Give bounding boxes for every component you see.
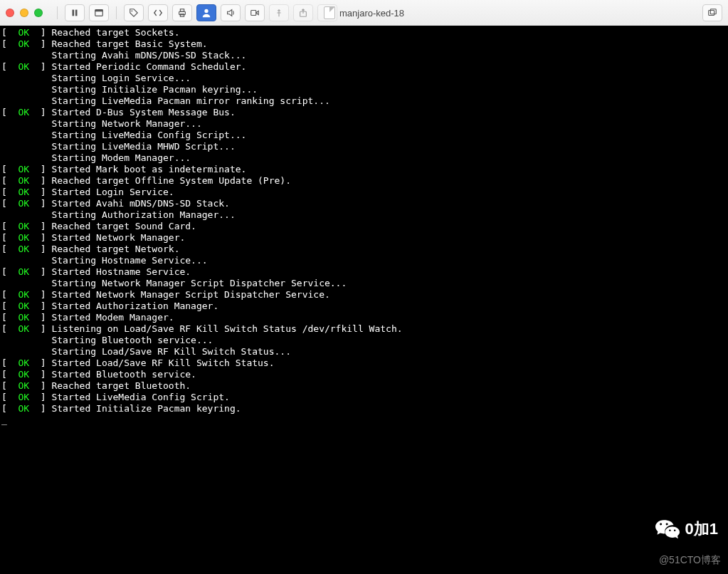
terminal-cursor-line: _ — [1, 414, 728, 426]
boot-log-message: Reached target Sound Card. — [51, 221, 196, 231]
status-ok: OK — [18, 266, 29, 277]
window-zoom-button[interactable] — [34, 9, 43, 17]
vm-view-button[interactable] — [89, 4, 109, 21]
wechat-watermark: 0加1 — [655, 518, 718, 540]
boot-log-line: Starting Bluetooth service... — [1, 335, 728, 346]
status-ok: OK — [18, 38, 29, 49]
toolbar-person-button[interactable] — [196, 4, 216, 21]
pause-icon — [70, 8, 80, 18]
boot-log-line: [ OK ] Reached target Basic System. — [1, 38, 728, 50]
boot-log-line: [ OK ] Reached target Sockets. — [1, 27, 728, 38]
boot-log-line: [ OK ] Started Mark boot as indeterminat… — [1, 164, 728, 175]
status-ok: OK — [18, 164, 29, 174]
boot-log-line: Starting Initialize Pacman keyring... — [1, 84, 728, 95]
boot-log-message: Starting LiveMedia Config Script... — [51, 130, 246, 140]
boot-log-line: [ OK ] Started LiveMedia Config Script. — [1, 392, 728, 403]
boot-log-message: Started LiveMedia Config Script. — [51, 392, 229, 402]
toolbar-tag-button[interactable] — [124, 4, 144, 21]
boot-log-terminal: [ OK ] Reached target Sockets.[ OK ] Rea… — [0, 26, 728, 574]
boot-log-line: Starting Authorization Manager... — [1, 209, 728, 221]
svg-rect-11 — [709, 11, 714, 16]
boot-log-message: Started Hostname Service. — [51, 266, 191, 277]
boot-log-line: Starting LiveMedia MHWD Script... — [1, 141, 728, 152]
boot-log-message: Started Mark boot as indeterminate. — [51, 164, 246, 174]
wechat-label: 0加1 — [685, 518, 718, 540]
window-title-text: manjaro-ked-18 — [339, 8, 404, 19]
svg-point-4 — [132, 11, 133, 12]
window-title: manjaro-ked-18 — [0, 0, 728, 26]
svg-rect-3 — [95, 10, 103, 12]
boot-log-line: [ OK ] Reached target Offline System Upd… — [1, 175, 728, 187]
boot-log-line: Starting Avahi mDNS/DNS-SD Stack... — [1, 50, 728, 61]
audio-icon — [226, 8, 236, 18]
status-ok: OK — [18, 403, 29, 414]
status-ok: OK — [18, 369, 29, 380]
usb-icon — [274, 8, 284, 18]
vm-pause-button[interactable] — [65, 4, 85, 21]
status-ok: OK — [18, 198, 29, 209]
status-ok: OK — [18, 244, 29, 254]
toolbar-separator — [116, 6, 117, 19]
status-ok: OK — [18, 107, 29, 118]
boot-log-message: Reached target Sockets. — [51, 27, 179, 38]
boot-log-line: [ OK ] Reached target Sound Card. — [1, 221, 728, 232]
boot-log-message: Started Periodic Command Scheduler. — [51, 61, 246, 72]
status-ok: OK — [18, 301, 29, 311]
boot-log-message: Started Modem Manager. — [51, 312, 174, 323]
svg-point-8 — [204, 9, 208, 13]
svg-rect-7 — [180, 14, 184, 17]
titlebar: manjaro-ked-18 — [0, 0, 728, 26]
window-minimize-button[interactable] — [20, 9, 28, 17]
boot-log-message: Starting Avahi mDNS/DNS-SD Stack... — [51, 50, 246, 61]
boot-log-line: [ OK ] Started Load/Save RF Kill Switch … — [1, 358, 728, 369]
toolbar-share-button[interactable] — [293, 4, 313, 21]
wechat-icon — [655, 518, 680, 540]
boot-log-message: Reached target Network. — [51, 244, 179, 254]
status-ok: OK — [18, 175, 29, 186]
svg-rect-9 — [251, 11, 256, 16]
boot-log-line: [ OK ] Started Network Manager Script Di… — [1, 289, 728, 301]
boot-log-message: Reached target Offline System Update (Pr… — [51, 175, 291, 186]
svg-rect-1 — [75, 10, 78, 16]
boot-log-message: Starting Hostname Service... — [51, 255, 207, 266]
status-ok: OK — [18, 358, 29, 368]
boot-log-line: [ OK ] Started Avahi mDNS/DNS-SD Stack. — [1, 198, 728, 209]
boot-log-message: Starting Modem Manager... — [51, 152, 191, 163]
boot-log-line: Starting Network Manager Script Dispatch… — [1, 278, 728, 289]
window-close-button[interactable] — [6, 9, 14, 17]
status-ok: OK — [18, 187, 29, 197]
boot-log-line: [ OK ] Started Authorization Manager. — [1, 301, 728, 312]
toolbar-print-button[interactable] — [172, 4, 192, 21]
boot-log-line: Starting LiveMedia Pacman mirror ranking… — [1, 95, 728, 107]
toolbar-windows-button[interactable] — [702, 4, 722, 21]
toolbar-last-button[interactable] — [317, 4, 337, 21]
boot-log-message: Started Avahi mDNS/DNS-SD Stack. — [51, 198, 229, 209]
share-icon — [298, 8, 308, 18]
svg-rect-0 — [73, 10, 75, 16]
boot-log-line: Starting Network Manager... — [1, 118, 728, 130]
boot-log-line: [ OK ] Started Network Manager. — [1, 232, 728, 244]
toolbar-separator — [57, 6, 58, 19]
boot-log-line: [ OK ] Started Bluetooth service. — [1, 369, 728, 380]
status-ok: OK — [18, 27, 29, 38]
tag-icon — [129, 8, 139, 18]
boot-log-line: [ OK ] Reached target Bluetooth. — [1, 380, 728, 392]
toolbar-code-button[interactable] — [148, 4, 168, 21]
status-ok: OK — [18, 221, 29, 231]
status-ok: OK — [18, 289, 29, 300]
toolbar-video-button[interactable] — [245, 4, 265, 21]
view-icon — [94, 8, 104, 18]
toolbar-usb-button[interactable] — [269, 4, 289, 21]
boot-log-line: Starting Hostname Service... — [1, 255, 728, 266]
boot-log-message: Started Network Manager. — [51, 232, 185, 243]
boot-log-message: Started Initialize Pacman keyring. — [51, 403, 241, 414]
status-ok: OK — [18, 380, 29, 391]
boot-log-message: Started Login Service. — [51, 187, 174, 197]
boot-log-message: Starting Initialize Pacman keyring... — [51, 84, 258, 95]
traffic-lights — [6, 9, 43, 17]
status-ok: OK — [18, 392, 29, 402]
person-icon — [201, 8, 211, 18]
boot-log-message: Started D-Bus System Message Bus. — [51, 107, 235, 118]
boot-log-message: Starting Network Manager Script Dispatch… — [51, 278, 347, 288]
toolbar-audio-button[interactable] — [221, 4, 241, 21]
